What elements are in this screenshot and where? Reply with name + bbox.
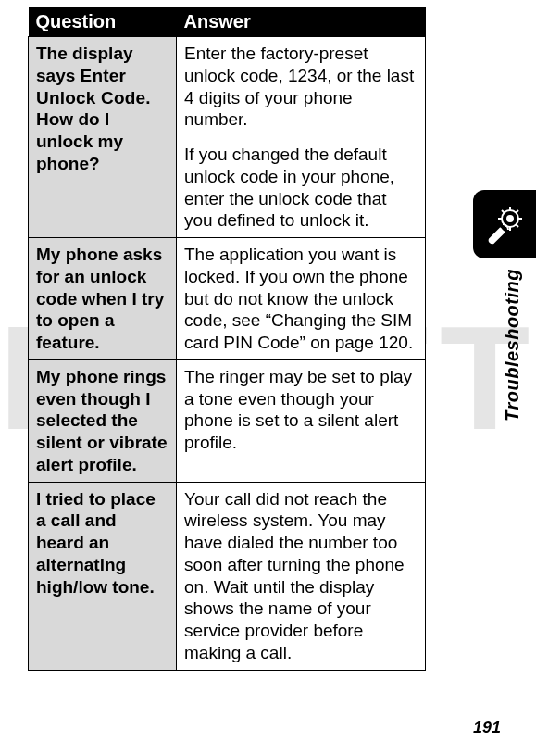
table-header-row: Question Answer: [29, 7, 426, 37]
wrench-target-icon: [482, 202, 527, 246]
question-cell: My phone asks for an unlock code when I …: [29, 238, 177, 360]
section-tab: [473, 190, 536, 258]
svg-line-6: [502, 210, 505, 213]
question-cell: My phone rings even though I selected th…: [29, 359, 177, 482]
col-header-answer: Answer: [177, 7, 426, 37]
col-header-question: Question: [29, 7, 177, 37]
answer-cell: The application you want is locked. If y…: [177, 238, 426, 360]
answer-paragraph: If you changed the default unlock code i…: [184, 144, 418, 232]
svg-line-8: [516, 210, 518, 213]
answer-paragraph: Enter the factory-preset unlock code, 12…: [184, 43, 418, 131]
page-root: Question Answer The display says Enter U…: [0, 0, 536, 756]
question-cell: The display says Enter Unlock Code. How …: [29, 37, 177, 238]
question-cell: I tried to place a call and heard an alt…: [29, 482, 177, 670]
faq-table-wrap: Question Answer The display says Enter U…: [28, 7, 426, 671]
page-number: 191: [473, 718, 501, 737]
answer-cell: Your call did not reach the wireless sys…: [177, 482, 426, 670]
svg-point-1: [507, 216, 513, 221]
side-section-label: Troubleshooting: [499, 269, 525, 621]
side-section-text: Troubleshooting: [502, 269, 523, 422]
svg-line-7: [516, 224, 518, 227]
answer-cell: Enter the factory-preset unlock code, 12…: [177, 37, 426, 238]
table-row: My phone rings even though I selected th…: [29, 359, 426, 482]
faq-table: Question Answer The display says Enter U…: [28, 7, 426, 671]
table-row: I tried to place a call and heard an alt…: [29, 482, 426, 670]
table-row: My phone asks for an unlock code when I …: [29, 238, 426, 360]
table-row: The display says Enter Unlock Code. How …: [29, 37, 426, 238]
answer-cell: The ringer may be set to play a tone eve…: [177, 359, 426, 482]
